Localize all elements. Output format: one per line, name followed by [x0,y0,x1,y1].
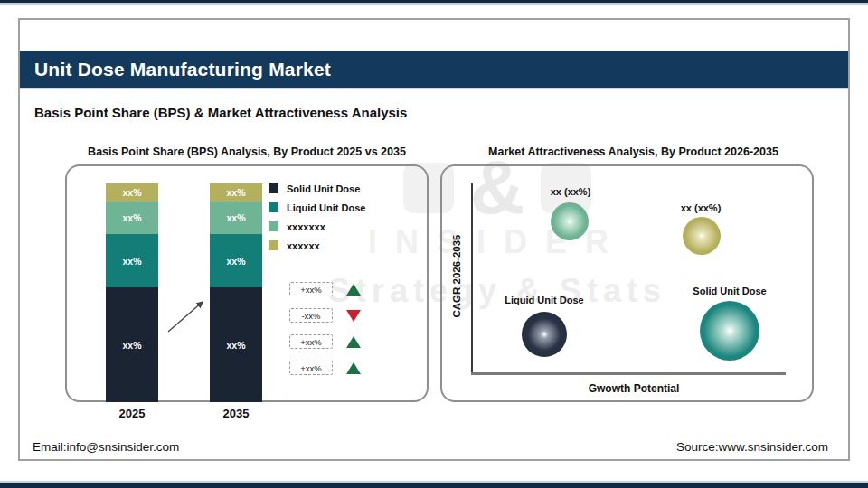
legend-label: xxxxxx [287,240,320,251]
bubble-label: Solid Unit Dose [666,286,793,296]
legend-swatch [269,202,278,212]
change-value-box: +xx% [289,361,333,375]
legend-item-xxxxxxx: xxxxxxx [269,221,365,231]
bar-segment-xxxxxx: xx% [210,183,262,202]
arrow-up-icon [346,336,361,348]
bubble-xxxxxx [683,217,721,255]
change-row: +xx% [289,334,361,349]
legend-item-xxxxxx: xxxxxx [269,240,365,250]
bubble-solid-unit-dose [700,301,760,361]
bubble-liquid-unit-dose [522,312,567,357]
bubble-label: xx (xx%) [525,186,616,197]
contact-email-text: Email:info@snsinsider.com [33,440,179,454]
bps-chart-title: Basis Point Share (BPS) Analysis, By Pro… [65,145,429,158]
arrow-down-icon [346,310,361,322]
legend-label: Solid Unit Dose [287,183,360,194]
arrow-up-icon [346,284,361,296]
top-border-band [0,0,868,5]
stacked-bar-2025: xx% xx% xx% xx% [106,183,158,402]
segment-value: xx% [226,187,245,198]
attractiveness-chart-panel [440,164,814,402]
segment-value: xx% [122,256,141,267]
legend-swatch [269,183,278,193]
change-row: +xx% [289,361,361,375]
bar-segment-xxxxxxx: xx% [210,202,262,234]
bottom-border-band [0,481,868,488]
arrow-up-icon [346,362,361,374]
segment-value: xx% [122,187,141,198]
bubble-label: Liquid Unit Dose [481,295,608,305]
change-value-box: +xx% [289,282,333,296]
segment-value: xx% [226,212,245,223]
page-subtitle: Basis Point Share (BPS) & Market Attract… [34,105,407,120]
page-title: Unit Dose Manufacturing Market [34,59,331,80]
x-tick-2025: 2025 [106,407,158,420]
change-row: +xx% [289,282,361,296]
bps-legend: Solid Unit Dose Liquid Unit Dose xxxxxxx… [269,183,365,250]
bar-segment-solid-unit-dose: xx% [106,287,158,402]
bar-segment-solid-unit-dose: xx% [210,287,262,402]
legend-swatch [269,221,278,231]
segment-value: xx% [226,340,245,351]
x-axis-line [471,372,786,375]
change-row: -xx% [289,308,361,323]
stacked-bar-2035: xx% xx% xx% xx% [210,183,262,402]
legend-swatch [269,240,278,250]
legend-label: xxxxxxx [287,221,326,232]
attractiveness-chart-title: Market Attractiveness Analysis, By Produ… [450,145,816,158]
segment-value: xx% [122,340,141,351]
bubble-label: xx (xx%) [656,202,746,213]
legend-item-solid-unit-dose: Solid Unit Dose [269,183,365,193]
segment-value: xx% [122,212,141,223]
legend-label: Liquid Unit Dose [287,202,365,213]
segment-value: xx% [226,256,245,267]
change-value-box: +xx% [289,334,333,349]
bar-segment-liquid-unit-dose: xx% [106,234,158,287]
legend-item-liquid-unit-dose: Liquid Unit Dose [269,202,365,212]
bar-segment-liquid-unit-dose: xx% [210,234,262,287]
y-axis-label: CAGR 2026-2035 [451,208,465,345]
bps-change-indicators: +xx% -xx% +xx% +xx% [289,282,361,375]
bar-segment-xxxxxx: xx% [106,183,158,202]
bubble-xxxxxxx [551,202,589,240]
bar-segment-xxxxxxx: xx% [106,202,158,234]
title-band: Unit Dose Manufacturing Market [20,51,848,89]
y-axis-line [471,183,473,374]
source-text: Source:www.snsinsider.com [579,440,828,454]
x-tick-2035: 2035 [210,407,262,420]
x-axis-label: Gwowth Potential [543,382,724,395]
growth-arrow-icon [165,295,212,336]
change-value-box: -xx% [289,308,333,323]
